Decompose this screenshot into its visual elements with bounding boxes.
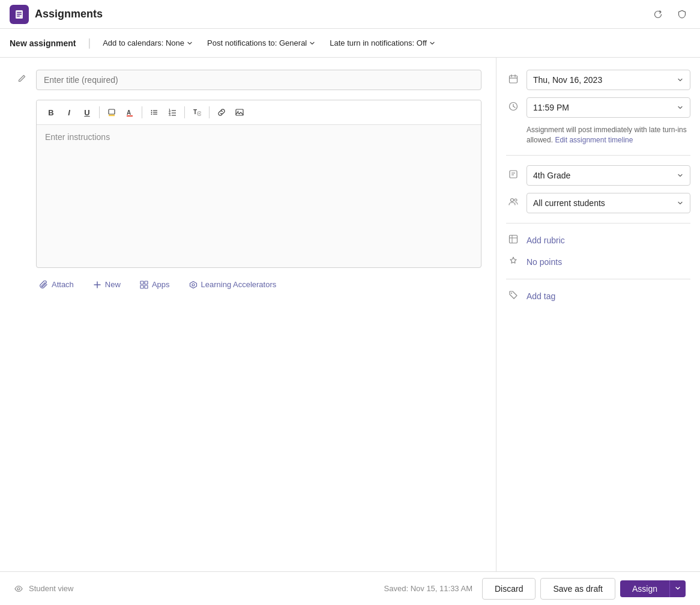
refresh-icon [653, 10, 663, 19]
bullet-list-button[interactable] [146, 104, 163, 121]
svg-rect-4 [109, 109, 115, 114]
svg-point-48 [17, 588, 20, 590]
chevron-down-icon [675, 585, 681, 591]
left-panel: B I U A [0, 58, 496, 571]
save-draft-button[interactable]: Save as draft [540, 578, 615, 600]
chevron-down-icon [187, 40, 193, 46]
app-icon [10, 5, 29, 24]
image-button[interactable] [231, 104, 248, 121]
instructions-input[interactable]: Enter instructions [37, 125, 481, 267]
svg-text:3.: 3. [169, 113, 172, 117]
svg-rect-30 [145, 285, 148, 288]
assign-group: Assign [620, 580, 686, 597]
grade-icon [506, 169, 520, 181]
assignment-label: New assignment [10, 38, 76, 48]
students-row: All current students [506, 193, 690, 213]
rubric-icon [506, 234, 520, 246]
chevron-down-icon [677, 76, 684, 84]
header-icons [650, 6, 690, 23]
right-panel: Thu, Nov 16, 2023 11:59 PM [496, 58, 700, 571]
calendars-dropdown[interactable]: Add to calendars: None [98, 36, 198, 50]
font-color-icon: A [125, 108, 134, 117]
add-tag-button[interactable]: Add tag [527, 289, 555, 303]
chevron-down-icon [429, 40, 435, 46]
apps-button[interactable]: Apps [136, 278, 173, 291]
highlight-icon [107, 108, 116, 117]
clear-format-icon: T [193, 108, 201, 117]
points-row: No points [506, 255, 690, 269]
points-icon [506, 256, 520, 268]
svg-point-24 [238, 111, 239, 112]
edit-icon [14, 74, 29, 87]
chevron-down-icon [677, 172, 684, 179]
bullet-list-icon [150, 108, 158, 117]
clear-formatting-button[interactable]: T [189, 104, 205, 121]
assignment-toolbar: New assignment | Add to calendars: None … [0, 29, 700, 58]
due-date-row: Thu, Nov 16, 2023 [506, 70, 690, 90]
tag-icon [506, 290, 520, 302]
editor-toolbar: B I U A [37, 100, 481, 125]
svg-text:T: T [193, 109, 197, 115]
grade-select[interactable]: 4th Grade [527, 165, 690, 186]
student-view-button[interactable]: Student view [14, 584, 73, 593]
svg-point-31 [192, 284, 195, 286]
eye-icon [14, 585, 23, 593]
numbered-list-icon: 1. 2. 3. [168, 108, 177, 117]
new-button[interactable]: New [89, 278, 124, 291]
bold-button[interactable]: B [43, 104, 59, 121]
main-content: B I U A [0, 58, 700, 571]
image-icon [235, 108, 244, 117]
plus-icon [93, 281, 101, 289]
title-input[interactable] [36, 70, 481, 90]
link-button[interactable] [213, 104, 230, 121]
notifications-dropdown[interactable]: Post notifications to: General [202, 36, 320, 50]
svg-point-9 [151, 112, 152, 113]
svg-point-47 [511, 293, 512, 294]
shield-icon [677, 10, 687, 19]
assign-dropdown-button[interactable] [669, 580, 686, 597]
app-header: Assignments [0, 0, 700, 29]
edit-timeline-link[interactable]: Edit assignment timeline [555, 136, 633, 144]
numbered-list-button[interactable]: 1. 2. 3. [164, 104, 181, 121]
students-select[interactable]: All current students [527, 193, 690, 213]
attach-button[interactable]: Attach [36, 278, 77, 291]
add-rubric-button[interactable]: Add rubric [527, 233, 565, 248]
svg-rect-44 [510, 235, 517, 243]
learning-accelerators-button[interactable]: Learning Accelerators [186, 278, 280, 291]
svg-rect-28 [145, 281, 148, 284]
assignment-info-text: Assignment will post immediately with la… [527, 125, 690, 145]
svg-rect-2 [17, 14, 22, 15]
app-title: Assignments [35, 8, 103, 20]
clock-icon [506, 102, 520, 114]
learning-icon [189, 281, 198, 289]
late-turn-dropdown[interactable]: Late turn in notifications: Off [325, 36, 440, 50]
font-color-button[interactable]: A [121, 104, 138, 121]
due-date-select[interactable]: Thu, Nov 16, 2023 [527, 70, 690, 90]
calendar-icon [506, 74, 520, 86]
points-button[interactable]: No points [527, 255, 562, 269]
refresh-button[interactable] [650, 6, 666, 23]
attach-icon [40, 281, 48, 289]
link-icon [217, 108, 226, 117]
assign-button[interactable]: Assign [620, 580, 669, 597]
highlight-button[interactable] [103, 104, 120, 121]
attachment-row: Attach New Apps [36, 278, 481, 291]
chevron-down-icon [677, 104, 684, 111]
chevron-down-icon [309, 40, 315, 46]
svg-rect-27 [140, 281, 143, 284]
editor-area: B I U A [36, 100, 481, 268]
svg-point-43 [514, 199, 517, 201]
underline-button[interactable]: U [79, 104, 95, 121]
italic-button[interactable]: I [61, 104, 77, 121]
shield-button[interactable] [674, 6, 690, 23]
svg-rect-32 [510, 76, 517, 83]
svg-point-42 [511, 198, 514, 201]
footer: Student view Saved: Nov 15, 11:33 AM Dis… [0, 571, 700, 605]
apps-icon [140, 281, 148, 289]
svg-rect-29 [140, 285, 143, 288]
title-row [14, 70, 481, 90]
tag-row: Add tag [506, 289, 690, 303]
students-icon [506, 197, 520, 209]
due-time-select[interactable]: 11:59 PM [527, 97, 690, 118]
discard-button[interactable]: Discard [482, 578, 536, 600]
